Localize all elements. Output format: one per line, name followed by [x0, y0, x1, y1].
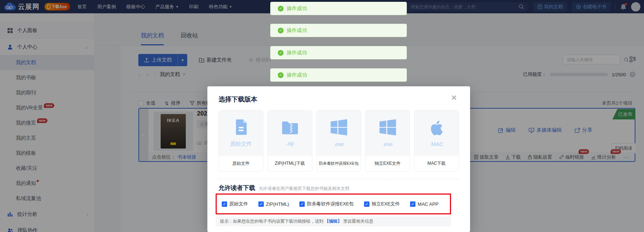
modal-title: 选择下载版本: [218, 95, 257, 104]
option-zip[interactable]: .zip ZIP(HTML)下载: [267, 110, 312, 172]
check-circle-icon: ✓: [278, 28, 284, 33]
toast-message: 操作成功: [287, 5, 307, 12]
checkbox-original-file[interactable]: ✓原始文件: [222, 201, 248, 207]
allow-readers-section: 允许读者下载 允许读者在用户案例页下载您的书籍及相关文档: [218, 184, 349, 192]
download-options: 原始文件 原始文件 .zip ZIP(HTML)下载 .exe 防杀毒软件误报E…: [218, 110, 459, 172]
toast-success: ✓ 操作成功: [270, 46, 407, 59]
zip-folder-icon: [282, 120, 298, 135]
option-mac[interactable]: .MAC MAC下载: [414, 110, 459, 172]
check-circle-icon: ✓: [278, 50, 284, 56]
windows-icon: [331, 119, 347, 136]
option-label: 防杀毒软件误报EXE包: [317, 156, 361, 171]
allow-readers-desc: 允许读者在用户案例页下载您的书籍及相关文档: [259, 186, 349, 192]
toast-message: 操作成功: [287, 50, 307, 56]
checkbox-mac-app[interactable]: ✓MAC APP: [410, 201, 438, 207]
option-exe-standalone[interactable]: .exe 独立EXE文件: [365, 110, 410, 172]
toast-message: 操作成功: [287, 72, 307, 78]
toast-success: ✓ 操作成功: [270, 24, 407, 37]
check-circle-icon: ✓: [278, 72, 284, 78]
option-label: 独立EXE文件: [365, 156, 410, 171]
check-circle-icon: ✓: [278, 6, 284, 12]
option-label: ZIP(HTML)下载: [268, 156, 312, 171]
download-permission-checkboxes: ✓原始文件 ✓ZIP(HTML) ✓防杀毒软件误报EXE包 ✓独立EXE文件 ✓…: [216, 194, 451, 214]
hint-text: 里设置相关信息: [342, 219, 373, 224]
option-exe-antivirus[interactable]: .exe 防杀毒软件误报EXE包: [316, 110, 361, 172]
checkbox-exe-standalone[interactable]: ✓独立EXE文件: [364, 201, 400, 207]
checkbox-exe-antivirus[interactable]: ✓防杀毒软件误报EXE包: [299, 201, 354, 207]
file-icon: [234, 119, 248, 135]
checkbox-checked-icon[interactable]: ✓: [299, 201, 305, 207]
option-label: MAC下载: [414, 156, 459, 171]
option-label: 原始文件: [219, 156, 263, 171]
hint-text: 提示：如果想在您的电子书内设置下载功能按钮，请到: [220, 219, 325, 224]
allow-readers-title: 允许读者下载: [218, 184, 255, 192]
divider: [218, 179, 459, 179]
apple-icon: [429, 119, 444, 136]
option-original-file[interactable]: 原始文件 原始文件: [218, 110, 263, 172]
checkbox-zip-html[interactable]: ✓ZIP(HTML): [258, 201, 289, 207]
toast-success: ✓ 操作成功: [270, 2, 407, 15]
download-version-modal: 选择下载版本 ✕ 原始文件 原始文件 .zip ZIP(HTML)下载 .exe…: [207, 86, 470, 232]
toast-success: ✓ 操作成功: [270, 68, 407, 82]
toast-message: 操作成功: [287, 27, 307, 34]
checkbox-checked-icon[interactable]: ✓: [364, 201, 369, 207]
windows-icon: [380, 119, 396, 136]
checkbox-checked-icon[interactable]: ✓: [222, 201, 227, 207]
checkbox-checked-icon[interactable]: ✓: [258, 201, 264, 207]
close-icon[interactable]: ✕: [451, 94, 457, 102]
hint-edit-link[interactable]: 【编辑】: [325, 219, 342, 224]
hint-bar: 提示：如果想在您的电子书内设置下载功能按钮，请到 【编辑】 里设置相关信息: [216, 217, 451, 226]
checkbox-checked-icon[interactable]: ✓: [410, 201, 415, 207]
